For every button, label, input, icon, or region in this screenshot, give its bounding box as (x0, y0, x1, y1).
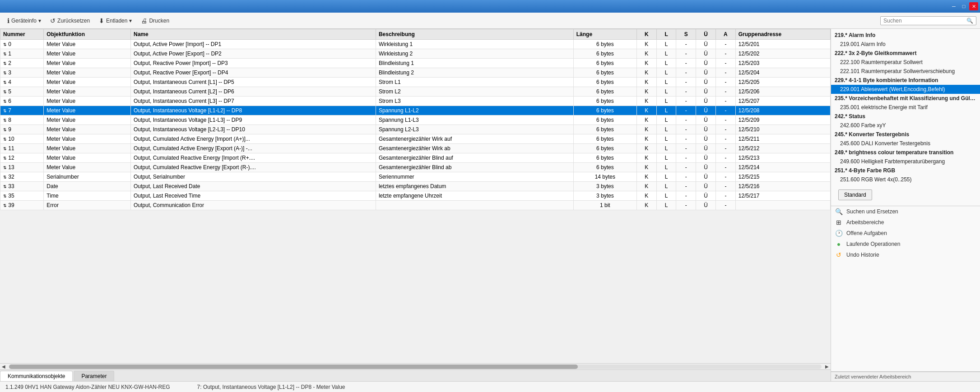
scroll-track[interactable] (9, 364, 822, 369)
table-row[interactable]: ⇅ 0 Meter Value Output, Active Power [Im… (0, 40, 831, 49)
cell-objfunc: Meter Value (44, 40, 131, 49)
table-row[interactable]: ⇅ 11 Meter Value Output, Cumulated Activ… (0, 144, 831, 153)
table-row[interactable]: ⇅ 33 Date Output, Last Received Date let… (0, 182, 831, 191)
tree-item-249-600[interactable]: 249.600 Helligkeit Farbtemperaturübergan… (831, 157, 980, 166)
table-container[interactable]: Nummer Objektfunktion Name Beschreibung … (0, 29, 831, 363)
table-row[interactable]: ⇅ 5 Meter Value Output, Instantaneous Cu… (0, 87, 831, 97)
cell-l: L (656, 78, 676, 87)
cell-l: L (656, 87, 676, 97)
workspaces-icon: ⊞ (835, 219, 843, 226)
cell-k: K (636, 172, 656, 182)
table-row[interactable]: ⇅ 6 Meter Value Output, Instantaneous Cu… (0, 97, 831, 106)
tree-item-245[interactable]: 245.* Konverter Testergebnis (831, 130, 980, 139)
operations-button[interactable]: ● Laufende Operationen (831, 239, 904, 249)
right-tree[interactable]: 219.* Alarm Info 219.001 Alarm Info 222.… (831, 29, 980, 372)
cell-k: K (636, 78, 656, 87)
cell-l: L (656, 144, 676, 153)
table-row[interactable]: ⇅ 2 Meter Value Output, Reactive Power [… (0, 59, 831, 68)
print-button[interactable]: 🖨 Drucken (137, 16, 173, 26)
cell-ue: Ü (696, 191, 716, 201)
cell-l: L (656, 125, 676, 134)
cell-ue: Ü (696, 125, 716, 134)
maximize-button[interactable]: □ (959, 2, 968, 10)
col-header-nummer: Nummer (0, 29, 44, 40)
tree-item-235-001[interactable]: 235.001 elektrische Energie mit Tarif (831, 103, 980, 112)
tasks-button[interactable]: 🕐 Offene Aufgaben (831, 228, 891, 239)
tree-item-249[interactable]: 249.* brightness colour temperature tran… (831, 148, 980, 157)
table-row[interactable]: ⇅ 1 Meter Value Output, Active Power [Ex… (0, 49, 831, 59)
tree-item-222[interactable]: 222.* 3x 2-Byte Gleitkommawert (831, 49, 980, 58)
cell-gruppe: 12/5/206 (735, 87, 830, 97)
cell-k: K (636, 106, 656, 115)
table-row[interactable]: ⇅ 8 Meter Value Output, Instantaneous Vo… (0, 115, 831, 125)
table-row[interactable]: ⇅ 10 Meter Value Output, Cumulated Activ… (0, 134, 831, 144)
search-input[interactable] (883, 18, 965, 24)
cell-l: L (656, 68, 676, 78)
tab-parameter[interactable]: Parameter (74, 371, 114, 381)
undo-button[interactable]: ↺ Undo Historie (831, 249, 883, 260)
operations-icon: ● (835, 240, 843, 248)
table-row[interactable]: ⇅ 4 Meter Value Output, Instantaneous Cu… (0, 78, 831, 87)
reset-button[interactable]: ↺ Zurücksetzen (46, 16, 93, 26)
table-row[interactable]: ⇅ 39 Error Output, Communication Error 1… (0, 201, 831, 210)
tree-item-229-001[interactable]: 229.001 Ablesewert (Wert,Encoding,Befehl… (831, 85, 980, 94)
tree-item-229[interactable]: 229.* 4-1-1 Byte kombinierte Information (831, 76, 980, 85)
tree-item-245-600[interactable]: 245.600 DALI Konverter Testergebnis (831, 139, 980, 148)
table-row[interactable]: ⇅ 32 Serialnumber Output, Serialnumber S… (0, 172, 831, 182)
workspaces-button[interactable]: ⊞ Arbeitsbereiche (831, 217, 887, 228)
col-header-l: L (656, 29, 676, 40)
tree-item-219[interactable]: 219.* Alarm Info (831, 31, 980, 40)
cell-name: Output, Instantaneous Voltage [L1-L2] --… (130, 106, 376, 115)
cell-k: K (636, 144, 656, 153)
cell-name: Output, Communication Error (130, 201, 376, 210)
tree-item-235[interactable]: 235.* Vorzeichenbehaftet mit Klassifizie… (831, 94, 980, 103)
cell-name: Output, Cumulated Reactive Energy [Impor… (130, 153, 376, 163)
tree-item-242-600[interactable]: 242.600 Farbe xyY (831, 121, 980, 130)
tab-kommunikationsobjekte[interactable]: Kommunikationsobjekte (0, 371, 73, 381)
load-button[interactable]: ⬇ Entladen ▾ (95, 16, 135, 26)
cell-objfunc: Date (44, 182, 131, 191)
communication-objects-table: Nummer Objektfunktion Name Beschreibung … (0, 29, 831, 210)
cell-ue: Ü (696, 201, 716, 210)
tree-item-251[interactable]: 251.* 4-Byte Farbe RGB (831, 166, 980, 175)
cell-a: - (716, 115, 736, 125)
tree-item-251-600[interactable]: 251.600 RGB Wert 4x(0..255) (831, 175, 980, 184)
horizontal-scrollbar[interactable]: ◀ ▶ (0, 363, 831, 369)
device-info-button[interactable]: ℹ Geräteinfo ▾ (4, 16, 45, 26)
actions-container: 🔍 Suchen und Ersetzen ⊞ Arbeitsbereiche … (831, 206, 980, 260)
table-row[interactable]: ⇅ 12 Meter Value Output, Cumulated React… (0, 153, 831, 163)
tabs-bar: Kommunikationsobjekte Parameter (0, 369, 831, 381)
cell-desc: Gesamtenergiezähler Wirk auf (376, 134, 573, 144)
table-row[interactable]: ⇅ 13 Meter Value Output, Cumulated React… (0, 163, 831, 172)
table-row[interactable]: ⇅ 3 Meter Value Output, Reactive Power [… (0, 68, 831, 78)
scroll-left-icon[interactable]: ◀ (0, 364, 7, 369)
cell-s: - (676, 153, 696, 163)
cell-k: K (636, 115, 656, 125)
tree-item-222-100[interactable]: 222.100 Raumtemperatur Sollwert (831, 58, 980, 67)
table-row[interactable]: ⇅ 7 Meter Value Output, Instantaneous Vo… (0, 106, 831, 115)
table-row[interactable]: ⇅ 9 Meter Value Output, Instantaneous Vo… (0, 125, 831, 134)
toolbar: ℹ Geräteinfo ▾ ↺ Zurücksetzen ⬇ Entladen… (0, 13, 980, 29)
minimize-button[interactable]: ─ (949, 2, 958, 10)
cell-k: K (636, 201, 656, 210)
cell-desc: Spannung L1-L3 (376, 115, 573, 125)
scroll-thumb[interactable] (9, 364, 578, 369)
cell-s: - (676, 78, 696, 87)
close-button[interactable]: ✕ (969, 2, 978, 10)
tree-item-219-001[interactable]: 219.001 Alarm Info (831, 40, 980, 49)
dropdown-arrow-icon: ▾ (38, 18, 41, 24)
table-row[interactable]: ⇅ 35 Time Output, Last Received Time let… (0, 191, 831, 201)
scroll-right-icon[interactable]: ▶ (823, 364, 831, 369)
cell-num: ⇅ 2 (0, 59, 44, 68)
col-header-k: K (636, 29, 656, 40)
cell-desc: letztes empfangenes Datum (376, 182, 573, 191)
cell-laenge: 6 bytes (573, 125, 636, 134)
cell-gruppe: 12/5/204 (735, 68, 830, 78)
cell-s: - (676, 191, 696, 201)
standard-button[interactable]: Standard (838, 189, 872, 200)
search-replace-button[interactable]: 🔍 Suchen und Ersetzen (831, 206, 902, 217)
tree-item-222-101[interactable]: 222.101 Raumtemperatur Sollwertverschieb… (831, 67, 980, 76)
tree-item-242[interactable]: 242.* Status (831, 112, 980, 121)
cell-objfunc: Meter Value (44, 134, 131, 144)
cell-l: L (656, 191, 676, 201)
